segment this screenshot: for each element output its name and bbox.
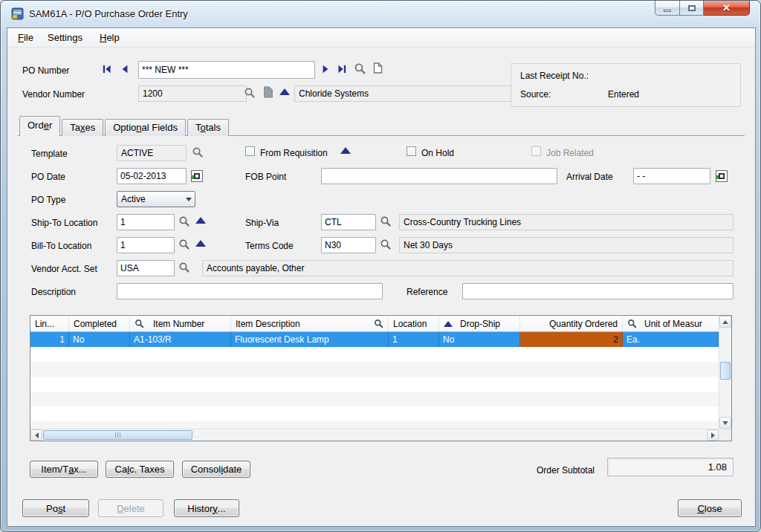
terms-description: Net 30 Days xyxy=(399,237,734,253)
scroll-down-icon[interactable] xyxy=(719,417,731,429)
grid-rows: 1 No A1-103/R Fluorescent Desk Lamp 1 No… xyxy=(30,332,719,429)
search-icon[interactable] xyxy=(135,319,144,328)
nav-first-icon[interactable] xyxy=(101,63,113,75)
po-date-label: PO Date xyxy=(31,172,65,182)
titlebar[interactable]: SAM61A - P/O Purchase Order Entry ✕ xyxy=(1,1,760,27)
column-header-quantity-ordered: Quantity Ordered xyxy=(520,316,623,331)
cell-item-number[interactable]: A1-103/R xyxy=(130,332,231,347)
bill-to-search-icon[interactable] xyxy=(178,239,190,250)
po-date-calendar-icon[interactable] xyxy=(191,170,203,182)
ship-via-search-icon[interactable] xyxy=(380,215,392,227)
scroll-left-icon[interactable] xyxy=(30,429,42,441)
ship-to-search-icon[interactable] xyxy=(178,215,190,227)
from-requisition-checkbox[interactable] xyxy=(245,146,255,156)
horizontal-scrollbar[interactable] xyxy=(30,429,719,441)
menu-settings[interactable]: Settings xyxy=(43,31,87,44)
window-controls: ✕ xyxy=(655,1,750,16)
order-subtotal-value: 1.08 xyxy=(607,458,734,476)
dropdown-arrow-icon xyxy=(183,198,195,201)
close-button[interactable]: Close xyxy=(678,499,742,517)
cell-line-number[interactable]: 1 xyxy=(30,332,69,347)
cell-drop-ship[interactable]: No xyxy=(439,332,520,347)
acct-set-search-icon[interactable] xyxy=(178,262,190,273)
acct-set-description: Accounts payable, Other xyxy=(202,260,734,276)
po-type-select[interactable]: Active xyxy=(117,191,195,207)
ship-via-description: Cross-Country Trucking Lines xyxy=(399,214,734,230)
maximize-icon xyxy=(688,5,696,11)
grid-row-selected[interactable]: 1 No A1-103/R Fluorescent Desk Lamp 1 No… xyxy=(30,332,719,347)
calc-taxes-button[interactable]: Calc. Taxes xyxy=(106,461,174,478)
order-subtotal-label: Order Subtotal xyxy=(498,465,595,476)
po-number-search-icon[interactable] xyxy=(354,62,366,75)
tab-optional-fields[interactable]: Optional Fields xyxy=(105,119,186,136)
nav-previous-icon[interactable] xyxy=(119,63,131,75)
fob-point-input[interactable] xyxy=(321,168,557,184)
menu-help[interactable]: Help xyxy=(95,31,124,44)
nav-last-icon[interactable] xyxy=(336,63,348,75)
on-hold-checkbox[interactable] xyxy=(407,146,416,156)
bill-to-location-input[interactable] xyxy=(117,237,175,253)
nav-next-icon[interactable] xyxy=(320,63,331,75)
menu-file[interactable]: File xyxy=(13,31,38,44)
vendor-name-value: Chloride Systems xyxy=(294,85,511,102)
reference-label: Reference xyxy=(407,287,447,297)
close-icon: ✕ xyxy=(722,3,731,13)
history-button[interactable]: History... xyxy=(174,499,239,517)
cell-item-description[interactable]: Fluorescent Desk Lamp xyxy=(231,332,389,347)
new-document-icon[interactable] xyxy=(372,62,383,74)
client-area: File Settings Help PO Number Last Rec xyxy=(7,27,756,527)
tab-order[interactable]: Order xyxy=(19,116,60,136)
terms-code-input[interactable] xyxy=(321,237,376,253)
cell-completed[interactable]: No xyxy=(69,332,130,347)
arrival-date-calendar-icon[interactable] xyxy=(716,170,728,182)
ship-to-location-input[interactable] xyxy=(117,214,175,230)
cell-quantity-ordered-active[interactable]: 2 xyxy=(520,332,623,347)
arrival-date-input[interactable] xyxy=(633,168,710,184)
column-header-drop-ship: Drop-Ship xyxy=(439,316,520,331)
vendor-drilldown-up-icon[interactable] xyxy=(279,88,290,95)
tab-totals[interactable]: Totals xyxy=(187,119,229,136)
grid-empty-row xyxy=(30,406,719,421)
cell-location[interactable]: 1 xyxy=(389,332,439,347)
job-related-checkbox xyxy=(531,146,541,156)
template-label: Template xyxy=(31,149,68,159)
tab-taxes[interactable]: Taxes xyxy=(62,119,103,136)
po-type-label: PO Type xyxy=(31,195,65,205)
scroll-up-icon[interactable] xyxy=(719,316,731,328)
item-tax-button[interactable]: Item/Tax... xyxy=(30,461,98,478)
cell-unit-of-measure[interactable]: Ea. xyxy=(623,332,719,347)
from-requisition-drilldown-up-icon[interactable] xyxy=(340,147,351,154)
from-requisition-label: From Requisition xyxy=(260,148,328,158)
terms-search-icon[interactable] xyxy=(380,239,392,250)
post-button[interactable]: Post xyxy=(22,499,89,517)
bill-to-drilldown-up-icon[interactable] xyxy=(195,240,206,247)
source-label: Source: xyxy=(520,89,551,100)
ship-to-drilldown-up-icon[interactable] xyxy=(195,217,206,224)
template-search-icon[interactable] xyxy=(192,146,204,158)
description-input[interactable] xyxy=(117,283,383,299)
column-header-item-description: Item Description xyxy=(231,316,389,331)
vendor-acct-set-input[interactable] xyxy=(117,260,175,276)
drilldown-up-icon[interactable] xyxy=(444,321,453,327)
scroll-right-icon[interactable] xyxy=(707,429,719,441)
grid-empty-row xyxy=(30,377,719,392)
order-lines-grid: Lin... Completed Item Number Item Descri… xyxy=(30,315,732,441)
vendor-search-icon[interactable] xyxy=(244,87,256,99)
reference-input[interactable] xyxy=(462,283,734,299)
minimize-button[interactable] xyxy=(655,1,680,16)
search-icon[interactable] xyxy=(374,319,383,328)
last-receipt-label: Last Receipt No.: xyxy=(520,71,589,81)
vertical-scroll-thumb[interactable] xyxy=(720,362,731,380)
grid-empty-row xyxy=(30,421,719,429)
consolidate-button[interactable]: Consolidate xyxy=(182,461,250,478)
search-icon[interactable] xyxy=(627,319,637,328)
vendor-document-icon[interactable] xyxy=(263,86,273,98)
po-number-input[interactable] xyxy=(138,61,315,79)
tab-strip: Order Taxes Optional Fields Totals xyxy=(19,116,230,136)
maximize-button[interactable] xyxy=(680,1,704,16)
vertical-scrollbar[interactable] xyxy=(719,316,731,429)
ship-via-input[interactable] xyxy=(321,214,376,230)
po-date-input[interactable] xyxy=(117,168,187,184)
horizontal-scroll-thumb[interactable] xyxy=(43,430,192,440)
close-window-button[interactable]: ✕ xyxy=(704,1,750,16)
